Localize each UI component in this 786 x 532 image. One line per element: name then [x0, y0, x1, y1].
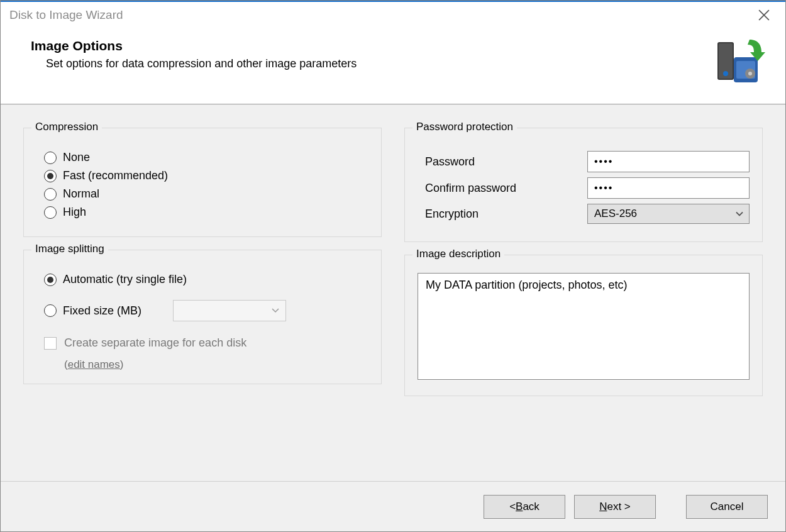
- next-text: ext >: [607, 501, 630, 513]
- radio-icon: [44, 206, 57, 219]
- close-icon: [758, 9, 770, 21]
- radio-icon: [44, 152, 57, 164]
- disk-image-icon: [715, 38, 765, 89]
- back-mnemonic: B: [516, 501, 523, 513]
- checkbox-icon: [44, 337, 57, 350]
- page-title: Image Options: [31, 38, 715, 53]
- compression-normal[interactable]: Normal: [44, 187, 368, 201]
- back-text: ack: [523, 501, 539, 513]
- options-body: Compression None Fast (recommended) Norm…: [1, 105, 785, 481]
- cancel-text: Cancel: [711, 501, 744, 513]
- separate-image-checkbox[interactable]: Create separate image for each disk: [44, 336, 368, 350]
- description-legend: Image description: [412, 248, 504, 260]
- window-title: Disk to Image Wizard: [9, 8, 123, 22]
- edit-names-text: edit names: [68, 358, 120, 370]
- password-input[interactable]: [587, 151, 750, 172]
- radio-label: Automatic (try single file): [63, 273, 187, 286]
- splitting-automatic[interactable]: Automatic (try single file): [44, 273, 368, 286]
- back-button[interactable]: < Back: [484, 495, 565, 519]
- chevron-down-icon: [735, 211, 744, 217]
- description-group: Image description: [404, 255, 763, 396]
- left-column: Compression None Fast (recommended) Norm…: [23, 128, 382, 468]
- close-button[interactable]: [751, 3, 777, 28]
- radio-label: None: [63, 151, 90, 164]
- chevron-down-icon: [272, 308, 279, 313]
- radio-icon: [44, 304, 57, 317]
- compression-fast[interactable]: Fast (recommended): [44, 169, 368, 182]
- password-group: Password protection Password Confirm pas…: [404, 128, 763, 242]
- wizard-footer: < Back Next > Cancel: [1, 481, 785, 531]
- right-column: Password protection Password Confirm pas…: [404, 128, 763, 468]
- radio-label: Fast (recommended): [63, 169, 168, 182]
- encryption-label: Encryption: [418, 208, 587, 221]
- svg-point-8: [748, 72, 752, 75]
- password-label: Password: [418, 155, 587, 169]
- compression-none[interactable]: None: [44, 151, 368, 164]
- radio-label: Fixed size (MB): [63, 304, 141, 318]
- compression-high[interactable]: High: [44, 206, 368, 219]
- compression-legend: Compression: [31, 121, 102, 133]
- radio-icon: [44, 170, 57, 182]
- page-subtitle: Set options for data compression and oth…: [46, 57, 715, 70]
- checkbox-label: Create separate image for each disk: [64, 336, 246, 350]
- next-mnemonic: N: [599, 501, 607, 513]
- splitting-group: Image splitting Automatic (try single fi…: [23, 250, 382, 384]
- cancel-button[interactable]: Cancel: [686, 495, 768, 519]
- confirm-password-input[interactable]: [587, 177, 750, 199]
- radio-label: High: [63, 206, 86, 219]
- splitting-legend: Image splitting: [31, 243, 108, 255]
- compression-group: Compression None Fast (recommended) Norm…: [23, 128, 382, 237]
- title-bar: Disk to Image Wizard: [1, 1, 785, 28]
- description-textarea[interactable]: [418, 273, 750, 380]
- back-prefix: <: [509, 501, 516, 513]
- wizard-header: Image Options Set options for data compr…: [1, 28, 785, 104]
- splitting-fixed[interactable]: Fixed size (MB): [44, 300, 368, 321]
- password-legend: Password protection: [412, 121, 517, 133]
- next-button[interactable]: Next >: [574, 495, 656, 519]
- radio-icon: [44, 274, 57, 286]
- wizard-window: Disk to Image Wizard Image Options Set o…: [0, 0, 786, 532]
- radio-label: Normal: [63, 187, 99, 201]
- encryption-value: AES-256: [594, 208, 637, 220]
- radio-icon: [44, 188, 57, 201]
- svg-point-4: [723, 71, 728, 76]
- fixed-size-combo[interactable]: [173, 300, 286, 321]
- edit-names-link[interactable]: (edit names): [64, 358, 124, 371]
- encryption-combo[interactable]: AES-256: [587, 204, 750, 224]
- confirm-password-label: Confirm password: [418, 182, 587, 195]
